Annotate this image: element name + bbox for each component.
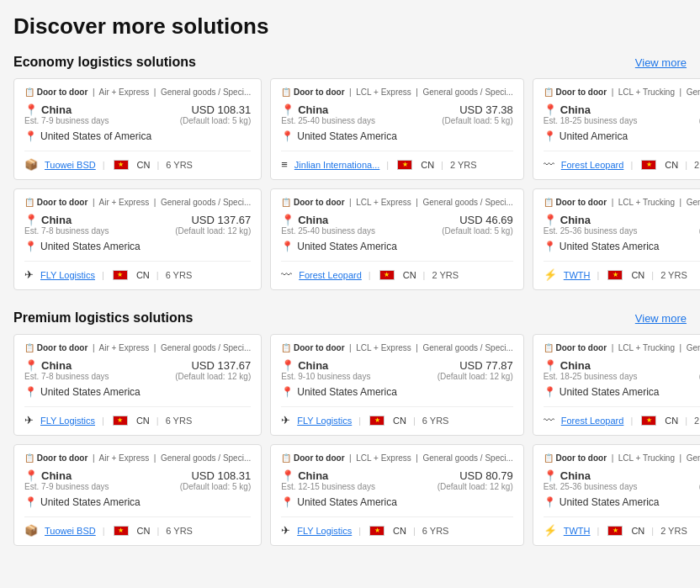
- carrier-name[interactable]: Forest Leopard: [299, 270, 362, 280]
- card-destination: 📍 United America: [544, 130, 700, 142]
- card-route-row: 📍 China Est. 25-40 business days USD 46.…: [281, 214, 513, 237]
- card-est: Est. 7-8 business days: [24, 372, 175, 381]
- origin-label: China: [41, 359, 72, 372]
- logistics-card[interactable]: 📋 Door to door | LCL + Express | General…: [270, 444, 524, 546]
- card-header: 📋 Door to door | LCL + Trucking | Genera…: [544, 453, 700, 463]
- card-price: USD 137.67: [175, 359, 251, 372]
- card-default-load: (Default load: 5 kg): [442, 226, 513, 236]
- card-price-decimal: .79: [498, 469, 513, 482]
- flag-separator: |: [103, 526, 105, 536]
- premium-view-more[interactable]: View more: [635, 312, 687, 325]
- carrier-name[interactable]: Forest Leopard: [561, 416, 624, 426]
- years-separator: |: [441, 160, 443, 170]
- logistics-card[interactable]: 📋 Door to door | Air + Express | General…: [13, 444, 262, 546]
- carrier-flag: ★: [113, 270, 128, 280]
- dest-label: United States America: [297, 496, 397, 508]
- logistics-card[interactable]: 📋 Door to door | LCL + Express | General…: [270, 334, 524, 436]
- economy-title: Economy logistics solutions: [13, 55, 196, 70]
- logistics-card[interactable]: 📋 Door to door | LCL + Trucking | Genera…: [533, 188, 700, 290]
- years-separator: |: [413, 526, 416, 536]
- economy-view-more[interactable]: View more: [635, 56, 687, 69]
- origin-pin-icon: 📍: [281, 359, 294, 372]
- card-est: Est. 18-25 business days: [544, 116, 699, 125]
- logistics-card[interactable]: 📋 Door to door | LCL + Express | General…: [270, 188, 524, 290]
- carrier-years: 6 YRS: [166, 270, 193, 280]
- card-destination: 📍 United States America: [281, 241, 513, 252]
- card-route-row: 📍 China Est. 25-40 business days USD 37.…: [281, 103, 513, 127]
- origin-pin-icon: 📍: [544, 103, 557, 116]
- flag-separator: |: [358, 526, 361, 536]
- carrier-years: 6 YRS: [166, 160, 193, 170]
- logistics-card[interactable]: 📋 Door to door | LCL + Trucking | Genera…: [533, 444, 700, 546]
- card-type: 📋 Door to door: [281, 453, 344, 463]
- carrier-icon: 〰: [281, 268, 292, 281]
- card-type: 📋 Door to door: [544, 343, 607, 352]
- logistics-card[interactable]: 📋 Door to door | LCL + Trucking | Genera…: [533, 334, 700, 436]
- carrier-name[interactable]: TWTH: [564, 526, 591, 536]
- logistics-card[interactable]: 📋 Door to door | LCL + Trucking | Genera…: [533, 78, 700, 180]
- carrier-name[interactable]: FLY Logistics: [40, 416, 95, 426]
- card-default-load: (Default load: 5 kg): [180, 482, 252, 491]
- card-price: USD 108.31: [180, 103, 252, 116]
- flag-separator: |: [386, 160, 389, 170]
- carrier-flag: ★: [397, 160, 412, 170]
- dest-pin-icon: 📍: [281, 386, 294, 398]
- carrier-country: CN: [393, 526, 406, 536]
- card-route-row: 📍 China Est. 18-25 business days USD 504…: [544, 359, 700, 383]
- card-footer: ≡ Jinlian Internationa... | ★ CN | 2 YRS: [281, 151, 513, 171]
- dest-label: United States America: [559, 241, 660, 252]
- years-separator: |: [156, 416, 159, 426]
- years-separator: |: [651, 270, 654, 280]
- card-header: 📋 Door to door | LCL + Express | General…: [281, 198, 513, 207]
- card-origin: 📍 China: [24, 469, 180, 482]
- dest-pin-icon: 📍: [281, 130, 294, 142]
- carrier-name[interactable]: Forest Leopard: [561, 160, 624, 170]
- carrier-flag: ★: [369, 416, 384, 426]
- carrier-name[interactable]: Jinlian Internationa...: [294, 160, 380, 170]
- card-price-whole: 80: [485, 469, 497, 482]
- dest-label: United States America: [297, 386, 397, 398]
- carrier-name[interactable]: Tuowei BSD: [45, 160, 96, 170]
- card-price-whole: 137: [217, 359, 236, 372]
- years-separator: |: [651, 526, 654, 536]
- logistics-card[interactable]: 📋 Door to door | LCL + Express | General…: [270, 78, 524, 180]
- carrier-name[interactable]: FLY Logistics: [297, 416, 352, 426]
- logistics-card[interactable]: 📋 Door to door | Air + Express | General…: [13, 78, 262, 180]
- card-header: 📋 Door to door | Air + Express | General…: [24, 453, 251, 463]
- premium-section: Premium logistics solutions View more 📋 …: [13, 310, 687, 546]
- carrier-name[interactable]: FLY Logistics: [297, 526, 352, 536]
- card-est: Est. 7-8 business days: [24, 226, 175, 236]
- card-service: | Air + Express | General goods / Speci.…: [90, 453, 251, 463]
- dest-label: United States America: [40, 496, 141, 508]
- card-type: 📋 Door to door: [24, 453, 88, 463]
- origin-pin-icon: 📍: [281, 103, 294, 116]
- card-default-load: (Default load: 12 kg): [438, 482, 513, 491]
- origin-pin-icon: 📍: [281, 469, 294, 482]
- carrier-icon: ⚡: [544, 268, 557, 281]
- carrier-years: 2 YRS: [694, 416, 700, 426]
- card-service: | LCL + Express | General goods / Speci.…: [347, 198, 512, 207]
- carrier-name[interactable]: FLY Logistics: [40, 270, 95, 280]
- card-price-whole: 77: [485, 359, 497, 372]
- card-est: Est. 7-9 business days: [24, 116, 180, 125]
- card-price: USD 77.87: [438, 359, 513, 372]
- card-price: USD 137.67: [175, 214, 251, 226]
- carrier-flag: ★: [114, 526, 129, 536]
- carrier-icon: 〰: [544, 158, 554, 171]
- card-est: Est. 25-36 business days: [544, 226, 699, 236]
- carrier-name[interactable]: TWTH: [564, 270, 591, 280]
- years-separator: |: [685, 416, 687, 426]
- card-est: Est. 12-15 business days: [281, 482, 437, 491]
- carrier-name[interactable]: Tuowei BSD: [45, 526, 96, 536]
- logistics-card[interactable]: 📋 Door to door | Air + Express | General…: [13, 188, 262, 290]
- dest-pin-icon: 📍: [24, 386, 37, 398]
- dest-label: United America: [559, 130, 628, 142]
- card-destination: 📍 United States of America: [24, 130, 251, 142]
- logistics-card[interactable]: 📋 Door to door | Air + Express | General…: [13, 334, 262, 436]
- dest-pin-icon: 📍: [281, 496, 294, 508]
- card-est: Est. 9-10 business days: [281, 372, 437, 381]
- origin-label: China: [41, 214, 72, 226]
- economy-cards-grid: 📋 Door to door | Air + Express | General…: [13, 78, 687, 290]
- economy-section-header: Economy logistics solutions View more: [13, 55, 687, 70]
- card-footer: ⚡ TWTH | ★ CN | 2 YRS: [544, 261, 700, 281]
